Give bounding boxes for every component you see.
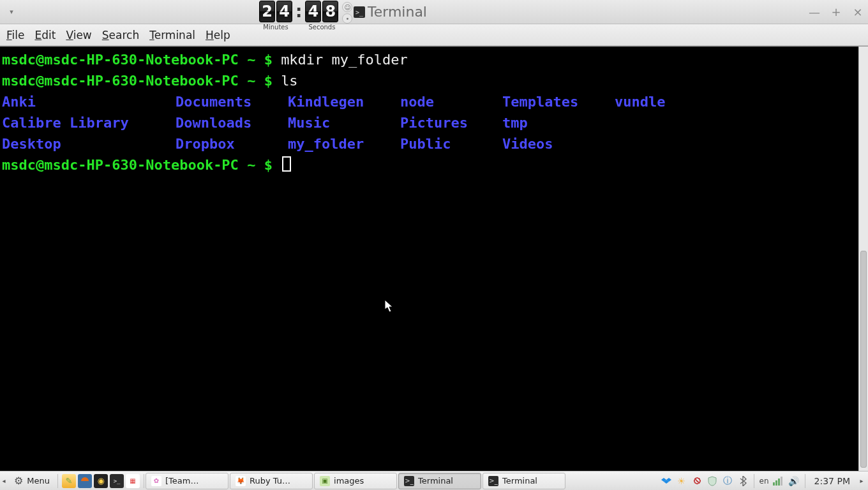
scrollbar-thumb[interactable] bbox=[860, 251, 867, 468]
window-minimize-button[interactable]: — bbox=[808, 5, 821, 19]
gear-icon: ⚙ bbox=[14, 475, 23, 487]
taskbar-separator bbox=[144, 474, 144, 488]
launcher-calendar-icon[interactable]: ▦ bbox=[126, 474, 140, 488]
taskbar-clock[interactable]: 2:37 PM bbox=[811, 476, 854, 486]
menu-help[interactable]: Help bbox=[206, 29, 230, 41]
window-close-button[interactable]: × bbox=[851, 5, 864, 19]
menubar: File Edit View Search Terminal Help bbox=[0, 24, 868, 46]
taskbar-window-label: [Team… bbox=[165, 476, 198, 486]
shield-tray-icon[interactable] bbox=[707, 475, 718, 487]
svg-rect-7 bbox=[775, 480, 777, 486]
taskbar: ◂ ⚙ Menu ✎ ◉ >_ ▦ ✿[Team…🦊Ruby Tu…▣image… bbox=[0, 471, 868, 490]
taskbar-window-list: ✿[Team…🦊Ruby Tu…▣images>_Terminal>_Termi… bbox=[146, 473, 565, 489]
taskbar-separator bbox=[805, 474, 805, 488]
bluetooth-tray-icon[interactable] bbox=[737, 475, 749, 487]
language-indicator[interactable]: en bbox=[760, 475, 769, 487]
countdown-seconds-label: Seconds bbox=[308, 24, 335, 31]
countdown-minute-digit: 4 bbox=[276, 1, 292, 22]
taskbar-window-label: Ruby Tu… bbox=[250, 476, 290, 486]
start-menu-label: Menu bbox=[27, 476, 50, 486]
taskbar-scroll-left-icon[interactable]: ◂ bbox=[0, 477, 8, 484]
taskbar-scroll-right-icon[interactable]: ▸ bbox=[858, 477, 865, 484]
window-title: Terminal bbox=[368, 4, 427, 20]
system-tray: ☀ 🛇 ⓘ en 🔊 2:37 PM ▸ bbox=[658, 474, 868, 488]
svg-rect-6 bbox=[773, 482, 775, 486]
volume-tray-icon[interactable]: 🔊 bbox=[788, 475, 800, 487]
window-maximize-button[interactable]: + bbox=[830, 5, 842, 19]
taskbar-window-button[interactable]: >_Terminal bbox=[398, 473, 481, 489]
svg-rect-8 bbox=[778, 479, 780, 486]
launcher-music-icon[interactable]: ◉ bbox=[94, 474, 108, 488]
countdown-second-digit: 8 bbox=[322, 1, 338, 22]
face-neutral-icon[interactable]: • bbox=[342, 13, 352, 24]
terminal-app-icon: >_ bbox=[354, 6, 365, 18]
blocker-tray-icon[interactable]: 🛇 bbox=[691, 475, 703, 487]
menu-terminal[interactable]: Terminal bbox=[149, 29, 195, 41]
face-happy-icon[interactable]: ☺ bbox=[342, 2, 352, 12]
taskbar-window-button[interactable]: ✿[Team… bbox=[146, 473, 228, 489]
countdown-minute-digit: 2 bbox=[259, 1, 275, 22]
app-menu-dropdown-icon[interactable]: ▾ bbox=[4, 8, 19, 16]
weather-tray-icon[interactable]: ☀ bbox=[676, 475, 687, 487]
taskbar-window-label: Terminal bbox=[418, 476, 453, 486]
taskbar-window-label: images bbox=[334, 476, 364, 486]
countdown-second-digit: 4 bbox=[305, 1, 321, 22]
taskbar-window-button[interactable]: 🦊Ruby Tu… bbox=[230, 473, 313, 489]
menu-view[interactable]: View bbox=[66, 29, 91, 41]
taskbar-window-icon: ▣ bbox=[320, 476, 330, 486]
taskbar-window-label: Terminal bbox=[502, 476, 537, 486]
dropbox-tray-icon[interactable] bbox=[661, 475, 672, 487]
network-tray-icon[interactable] bbox=[773, 475, 784, 487]
vertical-scrollbar[interactable] bbox=[858, 47, 868, 471]
menu-file[interactable]: File bbox=[6, 29, 24, 41]
countdown-minutes: 2 4 Minutes bbox=[259, 1, 292, 31]
taskbar-window-icon: ✿ bbox=[151, 476, 161, 486]
countdown-mood-faces: ☺ • bbox=[342, 2, 352, 24]
terminal-pane: msdc@msdc-HP-630-Notebook-PC ~ $ mkdir m… bbox=[0, 46, 868, 471]
taskbar-window-icon: >_ bbox=[404, 476, 414, 486]
taskbar-window-icon: >_ bbox=[488, 476, 498, 486]
window-titlebar: ▾ 2 4 Minutes : 4 8 Seconds ☺ • >_ Termi… bbox=[0, 0, 868, 24]
launcher-terminal-icon[interactable]: >_ bbox=[110, 474, 124, 488]
countdown-seconds: 4 8 Seconds bbox=[305, 1, 338, 31]
launcher-firefox-icon[interactable] bbox=[78, 474, 92, 488]
start-menu-button[interactable]: ⚙ Menu bbox=[8, 471, 56, 491]
menu-search[interactable]: Search bbox=[102, 29, 139, 41]
taskbar-separator bbox=[754, 474, 754, 488]
svg-rect-9 bbox=[781, 477, 782, 486]
terminal-output[interactable]: msdc@msdc-HP-630-Notebook-PC ~ $ mkdir m… bbox=[0, 47, 858, 471]
quick-launch: ✎ ◉ >_ ▦ bbox=[59, 474, 142, 488]
menu-edit[interactable]: Edit bbox=[34, 29, 56, 41]
taskbar-window-button[interactable]: >_Terminal bbox=[483, 473, 565, 489]
countdown-colon: : bbox=[295, 1, 303, 22]
taskbar-window-icon: 🦊 bbox=[236, 476, 246, 486]
info-tray-icon[interactable]: ⓘ bbox=[722, 475, 733, 487]
taskbar-separator bbox=[57, 474, 58, 488]
launcher-notes-icon[interactable]: ✎ bbox=[62, 474, 76, 488]
taskbar-window-button[interactable]: ▣images bbox=[314, 473, 397, 489]
countdown-widget: 2 4 Minutes : 4 8 Seconds ☺ • bbox=[259, 1, 352, 31]
countdown-minutes-label: Minutes bbox=[263, 24, 288, 31]
